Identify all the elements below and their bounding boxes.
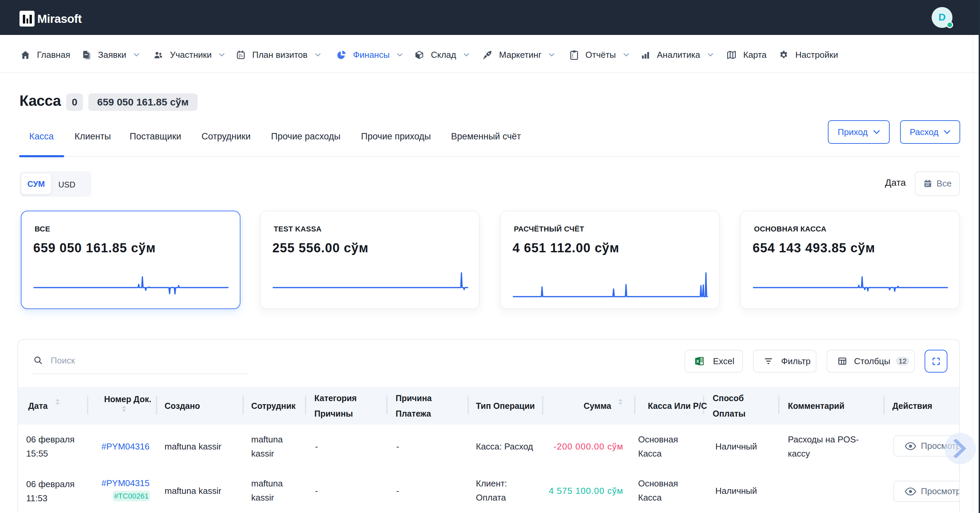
svg-text:X: X bbox=[696, 359, 699, 364]
